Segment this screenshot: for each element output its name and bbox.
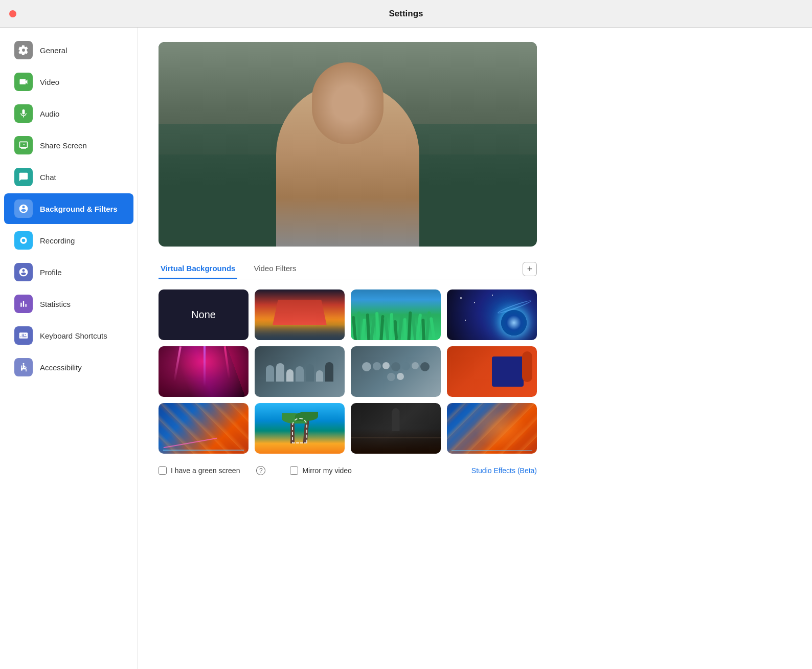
star1 [460, 297, 462, 299]
star2 [474, 302, 475, 303]
main-content: General Video Audio Share Screen [0, 28, 812, 669]
plus-icon: + [527, 264, 533, 274]
sidebar-item-label: Recording [40, 236, 75, 245]
grass-blades [351, 310, 441, 340]
sidebar-item-share-screen[interactable]: Share Screen [4, 130, 133, 161]
profile-icon [14, 263, 33, 281]
star4 [465, 320, 466, 321]
sidebar-item-accessibility[interactable]: Accessibility [4, 352, 133, 383]
sidebar-item-label: General [40, 46, 67, 55]
background-family2[interactable] [351, 346, 441, 397]
studio-effects-link[interactable]: Studio Effects (Beta) [471, 466, 537, 475]
video-icon [14, 73, 33, 91]
bottom-options: I have a green screen ? Mirror my video … [159, 466, 537, 475]
family-group1 [266, 362, 333, 382]
sidebar-item-profile[interactable]: Profile [4, 257, 133, 287]
person-silhouette [292, 418, 307, 443]
background-icon [14, 199, 33, 218]
backgrounds-grid: None [159, 289, 537, 454]
sidebar-item-label: Keyboard Shortcuts [40, 331, 107, 340]
mirror-video-option[interactable]: Mirror my video [290, 466, 351, 475]
green-screen-checkbox[interactable] [159, 466, 167, 475]
background-golden-gate[interactable] [255, 289, 345, 340]
laser-line3 [452, 450, 532, 451]
background-horror[interactable] [351, 403, 441, 454]
chat-icon [14, 168, 33, 186]
child-arm [522, 351, 532, 382]
gear-icon [14, 41, 33, 59]
svg-point-2 [22, 363, 24, 365]
tablet [492, 356, 524, 387]
sidebar-item-background-filters[interactable]: Background & Filters [4, 193, 133, 224]
accessibility-icon [14, 358, 33, 376]
background-tiger1[interactable] [159, 403, 249, 454]
background-grass[interactable] [351, 289, 441, 340]
sidebar: General Video Audio Share Screen [0, 28, 138, 669]
video-person [266, 57, 430, 247]
recording-icon [14, 231, 33, 250]
laser-line1 [163, 450, 244, 451]
horror-figure-head [392, 408, 399, 415]
keyboard-icon [14, 326, 33, 345]
close-button[interactable] [9, 10, 16, 17]
star3 [492, 295, 493, 296]
space-planet [501, 310, 527, 336]
help-icon[interactable]: ? [256, 466, 265, 475]
green-screen-option[interactable]: I have a green screen [159, 466, 240, 475]
background-tiger2[interactable] [447, 403, 537, 454]
sidebar-item-statistics[interactable]: Statistics [4, 288, 133, 319]
sidebar-item-recording[interactable]: Recording [4, 225, 133, 256]
golden-gate-bridge [273, 300, 327, 325]
sidebar-item-video[interactable]: Video [4, 66, 133, 97]
audio-icon [14, 104, 33, 123]
sidebar-item-label: Accessibility [40, 363, 82, 372]
sidebar-item-label: Audio [40, 109, 59, 118]
family-group2 [360, 362, 432, 381]
sidebar-item-chat[interactable]: Chat [4, 162, 133, 192]
title-bar: Settings [0, 0, 812, 28]
background-tablet-child[interactable] [447, 346, 537, 397]
sidebar-item-general[interactable]: General [4, 35, 133, 65]
sidebar-item-label: Statistics [40, 300, 71, 308]
sidebar-item-label: Share Screen [40, 141, 87, 150]
sidebar-item-keyboard-shortcuts[interactable]: Keyboard Shortcuts [4, 320, 133, 351]
sidebar-item-label: Chat [40, 173, 56, 182]
background-space[interactable] [447, 289, 537, 340]
sidebar-item-label: Video [40, 78, 59, 86]
background-none[interactable]: None [159, 289, 249, 340]
green-screen-label: I have a green screen [171, 466, 240, 475]
light-beam2 [204, 346, 206, 387]
tab-video-filters[interactable]: Video Filters [252, 259, 298, 279]
tabs-container: Virtual Backgrounds Video Filters + [159, 259, 537, 279]
share-screen-icon [14, 136, 33, 154]
add-background-button[interactable]: + [523, 262, 537, 276]
sidebar-item-label: Background & Filters [40, 205, 118, 213]
content-area: Virtual Backgrounds Video Filters + None [138, 28, 812, 669]
sidebar-item-label: Profile [40, 268, 62, 277]
background-concert[interactable] [159, 346, 249, 397]
mirror-video-checkbox[interactable] [290, 466, 298, 475]
svg-point-1 [22, 239, 26, 242]
sidebar-item-audio[interactable]: Audio [4, 98, 133, 129]
horror-mist [351, 437, 441, 438]
tiger-face-glow [474, 408, 528, 449]
video-preview [159, 42, 537, 247]
tab-virtual-backgrounds[interactable]: Virtual Backgrounds [159, 259, 237, 279]
window-title: Settings [389, 9, 423, 19]
none-label: None [191, 309, 216, 321]
background-beach[interactable] [255, 403, 345, 454]
background-family1[interactable] [255, 346, 345, 397]
mirror-video-label: Mirror my video [302, 466, 351, 475]
horror-ground [351, 429, 441, 454]
statistics-icon [14, 295, 33, 313]
